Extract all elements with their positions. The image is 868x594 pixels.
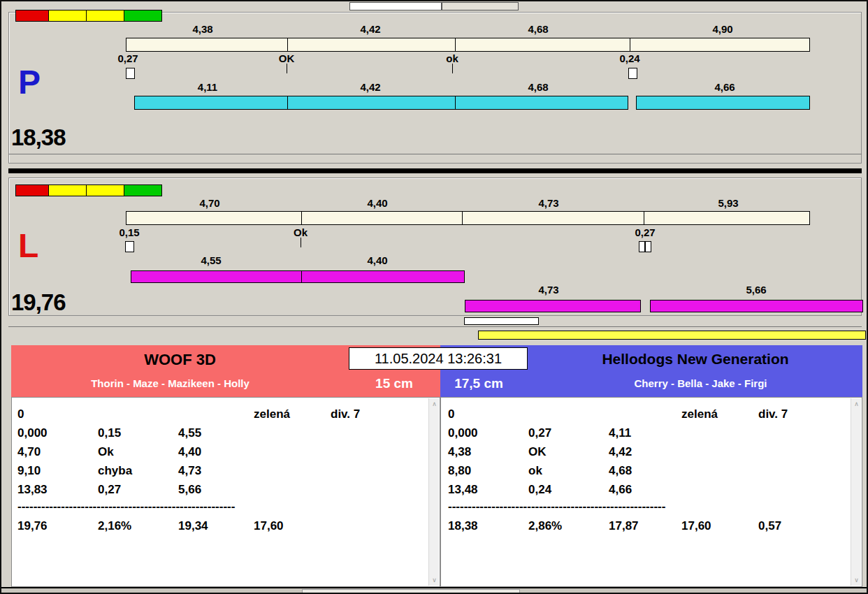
result-total-cell: 19,76 — [17, 519, 48, 533]
scroll-down-icon[interactable]: ∨ — [429, 574, 440, 586]
segment-time-label: 4,11 — [183, 81, 232, 93]
marker-box — [628, 68, 637, 79]
result-total-cell: 2,16% — [98, 519, 131, 533]
segment-time-label: 4,40 — [353, 197, 402, 209]
segment-time-label: 4,68 — [514, 81, 563, 93]
legend-yellow-box — [49, 184, 87, 196]
result-total-cell: 0,57 — [758, 519, 781, 533]
l-reference-bar — [126, 211, 810, 225]
segment-time-label: 4,73 — [524, 284, 573, 296]
marker-label: 0,24 — [612, 52, 647, 64]
segment-time-label: 4,66 — [700, 81, 749, 93]
marker-box — [639, 241, 645, 252]
result-total-cell: 17,87 — [609, 519, 639, 533]
result-total-cell: 18,38 — [448, 519, 478, 533]
l-threshold-legend — [15, 184, 162, 196]
result-cell: zelená — [254, 407, 290, 421]
l-run-bar — [650, 300, 863, 312]
bar-divider — [455, 38, 456, 51]
marker-box — [645, 241, 651, 252]
result-cell: 5,66 — [178, 483, 201, 497]
legend-red-box — [15, 10, 49, 22]
team-right-height: 17,5 cm — [444, 376, 514, 391]
team-right-results[interactable]: 0 zelená div. 7 0,000 0,27 4,11 4,38 OK … — [440, 397, 862, 587]
result-cell: 0,000 — [448, 426, 478, 440]
legend-yellow-box — [87, 184, 124, 196]
result-cell: 4,73 — [178, 464, 201, 478]
scrollbar[interactable]: ∧ ∨ — [851, 398, 861, 586]
yellow-progress-bar — [478, 331, 866, 340]
section-divider — [8, 168, 862, 173]
segment-time-label: 5,66 — [732, 284, 781, 296]
result-total-cell: 17,60 — [254, 519, 284, 533]
background-window-fragment — [442, 2, 519, 10]
segment-time-label: 4,38 — [178, 23, 227, 35]
segment-time-label: 4,90 — [698, 23, 747, 35]
result-cell: 0,24 — [528, 483, 551, 497]
bar-divider — [455, 96, 456, 109]
result-cell: zelená — [681, 407, 718, 421]
segment-time-label: 4,55 — [187, 254, 236, 266]
scroll-up-icon[interactable]: ∧ — [429, 398, 440, 410]
bar-divider — [287, 96, 288, 109]
result-cell: 4,68 — [609, 464, 632, 478]
result-cell: 4,11 — [609, 426, 631, 440]
scrollbar[interactable]: ∧ ∨ — [428, 398, 439, 586]
datetime-display: 11.05.2024 13:26:31 — [349, 347, 528, 370]
team-left-results[interactable]: 0 zelená div. 7 0,000 0,15 4,55 4,70 Ok … — [11, 397, 440, 587]
marker-tick — [452, 64, 453, 73]
result-cell: 13,83 — [17, 483, 48, 497]
bar-divider — [287, 38, 288, 51]
legend-yellow-box — [49, 10, 87, 22]
result-cell: 0,000 — [17, 426, 48, 440]
marker-tick — [287, 64, 287, 73]
bar-divider — [630, 38, 630, 51]
bar-divider — [301, 212, 302, 224]
team-left-dogs: Thorin - Maze - Mazikeen - Holly — [11, 377, 329, 389]
segment-time-label: 4,73 — [524, 197, 573, 209]
result-total-cell: 19,34 — [178, 519, 208, 533]
separator-dashes: ----------------------------------------… — [448, 500, 665, 514]
app-window: 4,38 4,42 4,68 4,90 0,27 OK ok 0,24 4,11… — [0, 0, 868, 594]
bar-divider — [644, 212, 644, 224]
track-l-total: 19,76 — [11, 289, 66, 316]
result-cell: ok — [528, 464, 542, 478]
marker-label: 0,15 — [112, 226, 147, 238]
result-cell: 4,66 — [609, 483, 632, 497]
bar-divider — [462, 212, 463, 224]
result-cell: 4,70 — [17, 445, 41, 459]
marker-label: ok — [435, 52, 470, 64]
taskbar-fragment — [302, 589, 520, 593]
result-cell: chyba — [98, 464, 132, 478]
result-cell: div. 7 — [758, 407, 788, 421]
legend-green-box — [124, 10, 162, 22]
legend-red-box — [15, 184, 49, 196]
marker-tick — [301, 238, 301, 247]
team-right-title: Hellodogs New Generation — [531, 351, 860, 368]
p-threshold-legend — [15, 10, 162, 22]
team-left-height: 15 cm — [356, 376, 433, 391]
marker-label: OK — [269, 52, 304, 64]
result-cell: 4,38 — [448, 445, 471, 459]
l-run-bar — [465, 300, 641, 312]
result-cell: 9,10 — [17, 464, 41, 478]
result-cell: 0,15 — [98, 426, 121, 440]
l-run-bar — [131, 270, 465, 283]
scroll-up-icon[interactable]: ∧ — [851, 398, 862, 410]
panel-divider-line — [8, 326, 862, 327]
result-total-cell: 17,60 — [681, 519, 711, 533]
track-p-letter: P — [18, 66, 41, 99]
result-cell: 0 — [17, 407, 24, 421]
result-cell: div. 7 — [331, 407, 360, 421]
bar-divider — [301, 271, 302, 282]
result-cell: Ok — [98, 445, 114, 459]
scroll-down-icon[interactable]: ∨ — [851, 574, 862, 586]
result-cell: OK — [528, 445, 547, 459]
track-l-letter: L — [18, 229, 38, 263]
p-reference-bar — [126, 38, 810, 52]
panel-divider-line — [8, 154, 862, 154]
segment-time-label: 4,42 — [346, 23, 395, 35]
team-left-title: WOOF 3D — [11, 351, 349, 369]
legend-yellow-box — [87, 10, 124, 22]
legend-green-box — [124, 184, 162, 196]
